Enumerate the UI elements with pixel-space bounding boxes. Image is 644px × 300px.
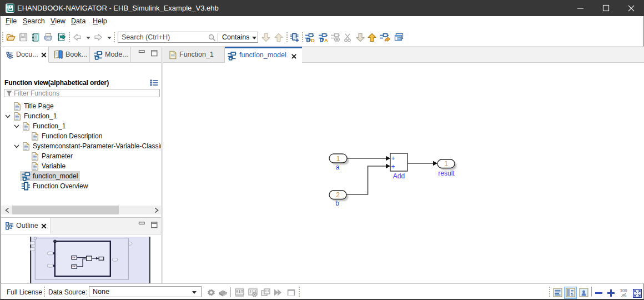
svg-text:result: result <box>438 169 455 177</box>
svg-text:1: 1 <box>336 155 340 163</box>
svg-text:a: a <box>336 163 340 171</box>
svg-text:A: A <box>324 37 328 42</box>
svg-text:Add: Add <box>393 172 405 180</box>
svg-text:+: + <box>391 154 395 162</box>
svg-text:D: D <box>311 37 315 42</box>
svg-text:2: 2 <box>336 191 340 199</box>
svg-text:1: 1 <box>444 160 448 168</box>
svg-text:+: + <box>391 163 395 171</box>
svg-text:b: b <box>335 199 339 207</box>
